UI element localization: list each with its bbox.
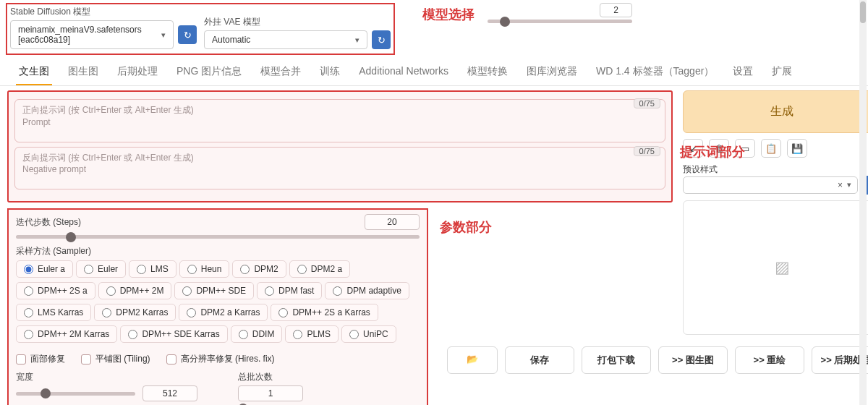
clipboard-icon[interactable]: 📋: [761, 139, 781, 158]
sd-model-value: meinamix_meinaV9.safetensors [eac6c08a19…: [18, 25, 157, 45]
sampler-lms-karras[interactable]: LMS Karras: [16, 304, 91, 321]
vae-model-select[interactable]: Automatic ▾: [204, 30, 367, 49]
tab-0[interactable]: 文生图: [16, 62, 52, 85]
preset-label: 预设样式: [683, 163, 868, 176]
sampler-euler[interactable]: Euler: [76, 260, 126, 278]
tab-6[interactable]: Additional Networks: [356, 62, 451, 85]
annot-params: 参数部分: [440, 218, 492, 236]
check-tiling[interactable]: 平铺图 (Tiling): [81, 353, 150, 365]
prompt-neg-placeholder2: Negative prompt: [22, 163, 658, 176]
prompt-negative[interactable]: 0/75 反向提示词 (按 Ctrl+Enter 或 Alt+Enter 生成)…: [14, 147, 665, 190]
width-label: 宽度: [16, 371, 197, 383]
sampler-euler-a[interactable]: Euler a: [16, 260, 73, 278]
refresh-vae-button[interactable]: ↻: [372, 30, 391, 49]
scrollbar[interactable]: [859, 0, 867, 405]
steps-value[interactable]: 20: [365, 214, 420, 230]
tab-4[interactable]: 模型合并: [258, 62, 304, 85]
sampler-dpm2-karras[interactable]: DPM2 Karras: [94, 304, 176, 321]
sampler-group: Euler aEulerLMSHeunDPM2DPM2 aDPM++ 2S aD…: [16, 257, 420, 344]
open-folder-button[interactable]: 📂: [447, 346, 498, 374]
prompt-neg-counter: 0/75: [634, 146, 660, 156]
action-button-0[interactable]: 保存: [505, 346, 574, 374]
vae-model-value: Automatic: [212, 35, 250, 45]
sampler-dpm-sde[interactable]: DPM++ SDE: [174, 282, 254, 299]
action-button-2[interactable]: >> 图生图: [658, 346, 728, 374]
sampler-label: 采样方法 (Sampler): [16, 245, 420, 257]
clip-skip-value[interactable]: 2: [600, 3, 632, 17]
clip-skip-wrap: 2: [488, 3, 632, 23]
prompt-pos-counter: 0/75: [634, 98, 660, 108]
params-section: 迭代步数 (Steps) 20 采样方法 (Sampler) Euler aEu…: [7, 208, 428, 405]
scrollbar-thumb[interactable]: [860, 1, 866, 23]
sampler-plms[interactable]: PLMS: [285, 325, 339, 343]
sampler-dpm2-a[interactable]: DPM2 a: [289, 260, 350, 278]
prompt-pos-placeholder1: 正向提示词 (按 Ctrl+Enter 或 Alt+Enter 生成): [22, 104, 658, 116]
sampler-dpm-2s-a-karras[interactable]: DPM++ 2S a Karras: [271, 304, 378, 321]
action-row: 📂保存打包下载>> 图生图>> 重绘>> 后期处理: [447, 346, 868, 374]
preview-area: ▨: [683, 200, 868, 335]
tab-3[interactable]: PNG 图片信息: [174, 62, 244, 85]
annot-prompt: 提示词部分: [680, 143, 745, 161]
right-panel: 生成 ↙ 🗑 ▭ 📋 💾 预设样式 × ▾ ↻ ▨ 📂保存打包下载>> 图生图>…: [683, 90, 868, 405]
save-icon[interactable]: 💾: [787, 139, 807, 158]
sampler-lms[interactable]: LMS: [129, 260, 176, 278]
prompt-neg-placeholder1: 反向提示词 (按 Ctrl+Enter 或 Alt+Enter 生成): [22, 152, 658, 164]
sampler-dpm-sde-karras[interactable]: DPM++ SDE Karras: [120, 325, 227, 343]
tab-5[interactable]: 训练: [317, 62, 343, 85]
tab-10[interactable]: 设置: [730, 62, 756, 85]
tab-7[interactable]: 模型转换: [464, 62, 511, 85]
sampler-dpm-fast[interactable]: DPM fast: [257, 282, 322, 299]
sampler-dpm-2m[interactable]: DPM++ 2M: [98, 282, 172, 299]
check-hires-fix[interactable]: 高分辨率修复 (Hires. fix): [166, 353, 275, 365]
model-select-box: Stable Diffusion 模型 meinamix_meinaV9.saf…: [6, 3, 395, 55]
width-slider[interactable]: [16, 392, 135, 396]
sd-model-select[interactable]: meinamix_meinaV9.safetensors [eac6c08a19…: [10, 20, 174, 49]
width-value[interactable]: 512: [142, 385, 197, 401]
checks: 面部修复 平铺图 (Tiling) 高分辨率修复 (Hires. fix): [16, 349, 420, 371]
batch-count-label: 总批次数: [238, 371, 420, 383]
tab-8[interactable]: 图库浏览器: [524, 62, 580, 85]
batch-count-value[interactable]: 1: [238, 385, 303, 401]
refresh-sd-model-button[interactable]: ↻: [178, 25, 197, 44]
annot-model: 模型选择: [422, 6, 475, 23]
sampler-dpm-2m-karras[interactable]: DPM++ 2M Karras: [16, 325, 117, 343]
clip-skip-slider[interactable]: [488, 20, 632, 23]
tab-9[interactable]: WD 1.4 标签器（Tagger）: [593, 62, 717, 85]
check-face-restore[interactable]: 面部修复: [16, 353, 65, 365]
image-placeholder-icon: ▨: [775, 258, 790, 277]
sd-model-label: Stable Diffusion 模型: [10, 6, 197, 18]
vae-model-label: 外挂 VAE 模型: [204, 16, 391, 28]
sampler-heun[interactable]: Heun: [179, 260, 230, 278]
sampler-dpm-adaptive[interactable]: DPM adaptive: [325, 282, 409, 299]
tab-11[interactable]: 扩展: [769, 62, 795, 85]
action-button-1[interactable]: 打包下载: [582, 346, 651, 374]
steps-label: 迭代步数 (Steps): [16, 216, 81, 229]
chevron-down-icon: ▾: [847, 180, 851, 190]
prompt-section: 0/75 正向提示词 (按 Ctrl+Enter 或 Alt+Enter 生成)…: [7, 90, 673, 202]
tabs: 文生图图生图后期处理PNG 图片信息模型合并训练Additional Netwo…: [0, 59, 868, 86]
sampler-ddim[interactable]: DDIM: [231, 325, 283, 343]
tab-1[interactable]: 图生图: [65, 62, 101, 85]
chevron-down-icon: ▾: [355, 35, 359, 45]
prompt-pos-placeholder2: Prompt: [22, 116, 658, 129]
sampler-unipc[interactable]: UniPC: [341, 325, 396, 343]
sampler-dpm-2s-a[interactable]: DPM++ 2S a: [16, 282, 95, 299]
action-button-3[interactable]: >> 重绘: [735, 346, 804, 374]
prompt-positive[interactable]: 0/75 正向提示词 (按 Ctrl+Enter 或 Alt+Enter 生成)…: [14, 99, 665, 142]
generate-button[interactable]: 生成: [683, 90, 868, 133]
tab-2[interactable]: 后期处理: [114, 62, 161, 85]
steps-slider[interactable]: [16, 235, 420, 239]
sampler-dpm2[interactable]: DPM2: [232, 260, 286, 278]
preset-clear-icon[interactable]: ×: [838, 180, 843, 190]
sampler-dpm2-a-karras[interactable]: DPM2 a Karras: [179, 304, 268, 321]
preset-select[interactable]: × ▾: [683, 176, 858, 194]
chevron-down-icon: ▾: [161, 30, 166, 40]
